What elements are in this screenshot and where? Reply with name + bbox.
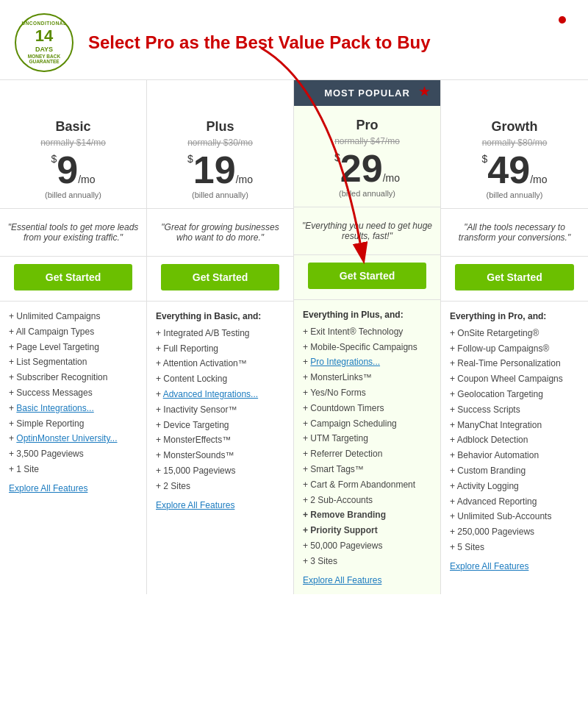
plus-explore-link[interactable]: Explore All Features bbox=[156, 500, 286, 510]
basic-plan-name: Basic bbox=[6, 119, 140, 135]
pro-feature-5: + Countdown Timers bbox=[303, 402, 433, 415]
growth-section-header: Everything in Pro, and: bbox=[450, 310, 581, 323]
pro-dollar: $ bbox=[334, 152, 340, 163]
growth-per-mo: /mo bbox=[530, 174, 547, 185]
growth-feature-13: + 250,000 Pageviews bbox=[450, 526, 581, 538]
pro-per-mo: /mo bbox=[383, 173, 400, 183]
plus-feature-4: + Advanced Integrations... bbox=[156, 388, 286, 401]
growth-explore-link[interactable]: Explore All Features bbox=[450, 561, 581, 571]
pro-normal-price: normally $47/mo bbox=[300, 136, 434, 146]
pro-plan-name: Pro bbox=[300, 118, 434, 133]
pricing-table: Basic normally $14/mo $ 9 /mo (billed an… bbox=[0, 79, 588, 594]
growth-get-started-button[interactable]: Get Started bbox=[455, 264, 574, 290]
basic-feature-8: + OptinMonster University... bbox=[9, 432, 139, 445]
growth-feature-7: + Adblock Detection bbox=[450, 434, 581, 446]
badge-guarantee: GUARANTEE bbox=[29, 59, 59, 65]
pro-feature-14: + 50,000 Pageviews bbox=[303, 540, 433, 552]
pro-feature-8: + Referrer Detection bbox=[303, 448, 433, 460]
plus-header: Plus normally $30/mo $ 19 /mo (billed an… bbox=[147, 107, 293, 209]
plus-feature-10: + 2 Sites bbox=[156, 480, 286, 493]
header: UNCONDITIONAL 14 DAYS MONEY BACK GUARANT… bbox=[0, 0, 588, 79]
plus-no-banner bbox=[147, 80, 293, 107]
growth-plan-name: Growth bbox=[447, 119, 582, 135]
plan-pro: MOST POPULAR ★ Pro normally $47/mo $ 29 … bbox=[294, 80, 441, 594]
pro-feature-1: + Mobile-Specific Campaigns bbox=[303, 341, 433, 354]
plus-feature-9: + 15,000 Pageviews bbox=[156, 465, 286, 477]
plus-feature-1: + Full Reporting bbox=[156, 343, 286, 355]
pro-feature-4: + Yes/No Forms bbox=[303, 387, 433, 399]
plus-dollar: $ bbox=[187, 154, 193, 164]
growth-feature-0: + OnSite Retargeting® bbox=[450, 327, 581, 340]
basic-feature-10: + 1 Site bbox=[9, 463, 139, 476]
pro-price: $ 29 /mo bbox=[300, 149, 434, 188]
plus-billed: (billed annually) bbox=[153, 190, 287, 199]
growth-feature-11: + Advanced Reporting bbox=[450, 496, 581, 508]
basic-feature-7: + Simple Reporting bbox=[9, 418, 139, 430]
growth-feature-5: + Success Scripts bbox=[450, 404, 581, 416]
plus-feature-5: + Inactivity Sensor™ bbox=[156, 404, 286, 416]
basic-header: Basic normally $14/mo $ 9 /mo (billed an… bbox=[0, 107, 146, 209]
pro-feature-10: + Cart & Form Abandonment bbox=[303, 479, 433, 491]
growth-feature-10: + Activity Logging bbox=[450, 480, 581, 493]
plus-feature-0: + Integrated A/B Testing bbox=[156, 327, 286, 340]
basic-price: $ 9 /mo bbox=[6, 151, 140, 189]
basic-per-mo: /mo bbox=[78, 174, 95, 185]
growth-dollar: $ bbox=[482, 154, 488, 164]
growth-price: $ 49 /mo bbox=[447, 151, 582, 189]
pro-section-header: Everything in Plus, and: bbox=[303, 309, 433, 321]
pro-feature-15: + 3 Sites bbox=[303, 555, 433, 568]
growth-feature-6: + ManyChat Integration bbox=[450, 419, 581, 432]
basic-explore-link[interactable]: Explore All Features bbox=[9, 483, 139, 493]
plus-description: "Great for growing businesses who want t… bbox=[147, 209, 293, 257]
badge-days: 14 bbox=[35, 26, 53, 46]
growth-feature-9: + Custom Branding bbox=[450, 465, 581, 477]
pro-description: "Everything you need to get huge results… bbox=[294, 207, 440, 255]
plan-growth: Growth normally $80/mo $ 49 /mo (billed … bbox=[441, 80, 588, 594]
basic-billed: (billed annually) bbox=[6, 190, 140, 199]
badge-days-label: DAYS bbox=[35, 46, 53, 54]
pro-features: Everything in Plus, and:+ Exit Intent® T… bbox=[294, 300, 440, 594]
plus-amount: 19 bbox=[193, 151, 236, 189]
basic-features: + Unlimited Campaigns+ All Campaign Type… bbox=[0, 302, 146, 594]
pro-get-started-button[interactable]: Get Started bbox=[308, 263, 426, 289]
pro-billed: (billed annually) bbox=[300, 189, 434, 198]
basic-feature-6: + Basic Integrations... bbox=[9, 402, 139, 415]
pro-explore-link[interactable]: Explore All Features bbox=[303, 575, 433, 585]
plus-section-header: Everything in Basic, and: bbox=[156, 310, 286, 323]
plus-plan-name: Plus bbox=[153, 119, 287, 135]
pro-feature-13: + Priority Support bbox=[303, 524, 433, 537]
basic-feature-9: + 3,500 Pageviews bbox=[9, 448, 139, 460]
guarantee-badge: UNCONDITIONAL 14 DAYS MONEY BACK GUARANT… bbox=[15, 13, 74, 72]
growth-header: Growth normally $80/mo $ 49 /mo (billed … bbox=[441, 107, 588, 209]
basic-feature-5: + Success Messages bbox=[9, 387, 139, 399]
growth-feature-8: + Behavior Automation bbox=[450, 449, 581, 462]
plus-price: $ 19 /mo bbox=[153, 151, 287, 189]
basic-amount: 9 bbox=[57, 151, 78, 189]
growth-feature-2: + Real-Time Personalization bbox=[450, 357, 581, 370]
plus-feature-2: + Attention Activation™ bbox=[156, 357, 286, 370]
growth-no-banner bbox=[441, 80, 588, 107]
plan-plus: Plus normally $30/mo $ 19 /mo (billed an… bbox=[147, 80, 294, 594]
pro-amount: 29 bbox=[340, 149, 383, 188]
growth-feature-14: + 5 Sites bbox=[450, 541, 581, 554]
badge-unconditional: UNCONDITIONAL bbox=[21, 21, 66, 26]
pro-header: Pro normally $47/mo $ 29 /mo (billed ann… bbox=[294, 106, 440, 207]
red-dot-decoration bbox=[559, 16, 566, 24]
basic-dollar: $ bbox=[51, 154, 57, 164]
plus-normal-price: normally $30/mo bbox=[153, 138, 287, 148]
basic-feature-2: + Page Level Targeting bbox=[9, 341, 139, 354]
growth-feature-4: + Geolocation Targeting bbox=[450, 388, 581, 401]
plus-get-started-button[interactable]: Get Started bbox=[161, 264, 279, 290]
plus-features: Everything in Basic, and:+ Integrated A/… bbox=[147, 302, 293, 594]
most-popular-banner: MOST POPULAR ★ bbox=[294, 80, 440, 106]
growth-billed: (billed annually) bbox=[447, 190, 582, 199]
plus-cta-area: Get Started bbox=[147, 257, 293, 302]
plan-basic: Basic normally $14/mo $ 9 /mo (billed an… bbox=[0, 80, 147, 594]
pro-feature-7: + UTM Targeting bbox=[303, 432, 433, 445]
basic-get-started-button[interactable]: Get Started bbox=[14, 264, 132, 290]
pro-feature-6: + Campaign Scheduling bbox=[303, 418, 433, 430]
growth-cta-area: Get Started bbox=[441, 257, 588, 302]
basic-no-banner bbox=[0, 80, 146, 107]
page-title: Select Pro as the Best Value Pack to Buy bbox=[88, 32, 431, 53]
basic-normal-price: normally $14/mo bbox=[6, 138, 140, 148]
